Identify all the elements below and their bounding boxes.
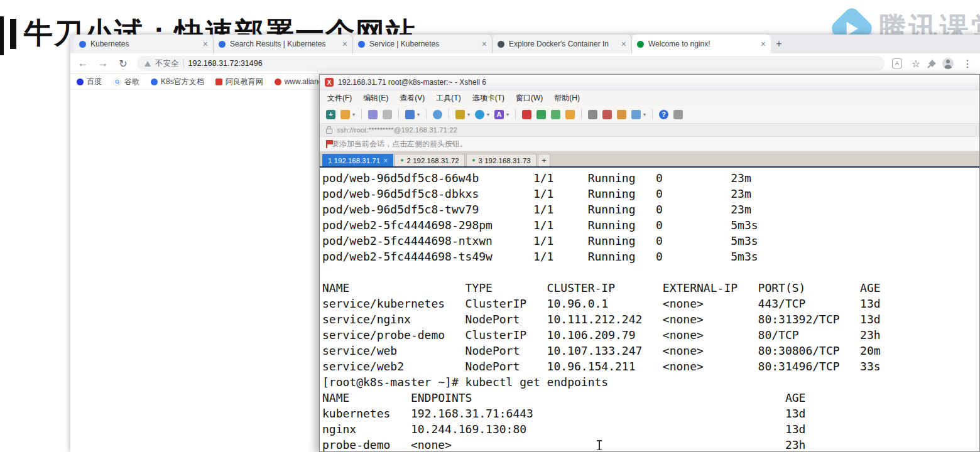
- tab-close-icon[interactable]: ×: [342, 40, 347, 48]
- video-frame-edge: [0, 16, 4, 55]
- session-hint-bar: 要添加当前会话，点击左侧的箭头按钮。: [320, 137, 979, 151]
- browser-menu-icon[interactable]: ⋮: [961, 58, 974, 70]
- disconnect-icon[interactable]: [383, 110, 392, 119]
- kubernetes-favicon: [219, 41, 226, 48]
- xshell-toolbar: + ▾ ▾ ▾ ▾ A ▾: [320, 105, 979, 124]
- ssh-lock-icon: [326, 129, 332, 134]
- keyboard-icon[interactable]: [588, 110, 597, 119]
- new-tab-button[interactable]: +: [771, 35, 787, 53]
- session-address-bar[interactable]: ssh://root:*********@192.168.31.71:22: [320, 124, 979, 137]
- new-session-tab-button[interactable]: +: [538, 154, 550, 166]
- docker-favicon: [498, 41, 504, 48]
- browser-tab-search-results[interactable]: Search Results | Kubernetes ×: [214, 35, 353, 53]
- url-text[interactable]: 192.168.31.72:31496: [188, 59, 263, 68]
- xagent-icon[interactable]: [522, 110, 531, 119]
- profile-avatar[interactable]: [942, 58, 954, 69]
- tab-close-icon[interactable]: ×: [383, 156, 388, 165]
- aliang-favicon: [275, 78, 281, 85]
- tab-close-icon[interactable]: ×: [761, 40, 766, 48]
- new-session-icon[interactable]: +: [326, 110, 335, 119]
- address-bar[interactable]: 不安全 192.168.31.72:31496: [137, 56, 885, 71]
- bookmark-label: 阿良教育网: [226, 77, 263, 87]
- bookmark-aliang-edu[interactable]: 阿良教育网: [215, 77, 263, 87]
- red-flag-icon: [326, 140, 327, 148]
- lock-screen-icon[interactable]: [565, 110, 575, 119]
- terminal-line: NAME ENDPOINTS AGE: [322, 390, 979, 406]
- kubernetes-favicon: [358, 41, 365, 48]
- browser-tab-service[interactable]: Service | Kubernetes ×: [353, 35, 493, 53]
- dropdown-caret-icon[interactable]: ▾: [352, 112, 355, 117]
- back-icon[interactable]: ←: [77, 58, 89, 69]
- dropdown-caret-icon[interactable]: ▾: [506, 112, 509, 117]
- browser-tab-strip: Kubernetes × Search Results | Kubernetes…: [70, 35, 980, 53]
- terminal-line: service/nginx NodePort 10.111.212.242 <n…: [322, 311, 979, 327]
- toolbar-separator: [515, 109, 516, 119]
- encoding-icon[interactable]: [475, 110, 484, 119]
- tile-windows-icon[interactable]: [631, 110, 641, 119]
- open-session-folder-icon[interactable]: [340, 110, 350, 119]
- bookmark-google[interactable]: G 谷歌: [113, 77, 139, 87]
- tab-close-icon[interactable]: ×: [203, 40, 208, 48]
- bookmark-k8s-docs[interactable]: K8s官方文档: [151, 77, 204, 87]
- menu-help[interactable]: 帮助(H): [554, 93, 580, 104]
- browser-toolbar: ← → ↻ 不安全 192.168.31.72:31496 A ☆ ⋮: [70, 53, 980, 74]
- ssh-connection-string: ssh://root:*********@192.168.31.71:22: [337, 126, 457, 134]
- compose-pane-icon[interactable]: [602, 110, 612, 119]
- terminal-line: service/web2 NodePort 10.96.154.211 <non…: [322, 358, 979, 374]
- appearance-icon[interactable]: A: [494, 110, 504, 119]
- tab-title: Service | Kubernetes: [369, 40, 477, 48]
- terminal-line: service/web NodePort 10.107.133.247 <non…: [322, 343, 979, 358]
- menu-window[interactable]: 窗口(W): [516, 93, 543, 104]
- session-tab-71[interactable]: 1 192.168.31.71 ×: [322, 154, 393, 166]
- browser-tab-docker[interactable]: Explore Docker's Container In ×: [493, 35, 632, 53]
- translate-icon[interactable]: A: [892, 58, 902, 68]
- session-tab-72[interactable]: ● 2 192.168.31.72: [395, 154, 465, 166]
- dropdown-caret-icon[interactable]: ▾: [487, 112, 489, 117]
- menu-tabs[interactable]: 选项卡(T): [472, 93, 504, 104]
- find-icon[interactable]: [433, 110, 442, 119]
- bookmark-star-icon[interactable]: ☆: [910, 58, 922, 70]
- session-hint-text: 要添加当前会话，点击左侧的箭头按钮。: [332, 139, 467, 149]
- fullscreen-icon[interactable]: [551, 110, 560, 119]
- tab-title: Explore Docker's Container In: [509, 40, 617, 48]
- terminal-line: service/kubernetes ClusterIP 10.96.0.1 <…: [322, 296, 979, 311]
- browser-tab-nginx[interactable]: Welcome to nginx! ×: [632, 35, 771, 53]
- reconnect-icon[interactable]: [405, 110, 415, 119]
- xshell-window-title: 192.168.31.71 root@k8s-master:~ - Xshell…: [338, 78, 486, 87]
- toolbar-separator: [449, 109, 449, 119]
- reload-icon[interactable]: ↻: [117, 58, 129, 70]
- terminal-line: pod/web-96d5df5c8-twv79 1/1 Running 0 23…: [322, 202, 979, 217]
- menu-view[interactable]: 查看(V): [400, 93, 425, 104]
- bookmark-baidu[interactable]: 百度: [77, 77, 102, 87]
- kubernetes-favicon: [151, 78, 158, 85]
- xshell-title-bar[interactable]: X 192.168.31.71 root@k8s-master:~ - Xshe…: [320, 75, 979, 90]
- screen: 牛刀小试：快速部署一个网站 腾讯课堂 Kubernetes × Search R…: [0, 0, 980, 452]
- browser-tab-kubernetes[interactable]: Kubernetes ×: [74, 35, 214, 53]
- terminal-line: pod/web2-5fc4444698-298pm 1/1 Running 0 …: [322, 217, 979, 233]
- dropdown-caret-icon[interactable]: ▾: [417, 112, 420, 117]
- session-tab-label: 3 192.168.31.73: [479, 157, 531, 164]
- menu-tools[interactable]: 工具(T): [436, 93, 460, 104]
- terminal-line: pod/web2-5fc4444698-ntxwn 1/1 Running 0 …: [322, 233, 979, 249]
- forward-icon[interactable]: →: [97, 58, 109, 69]
- extensions-pin-icon[interactable]: [928, 60, 935, 67]
- terminal-output[interactable]: pod/web-96d5df5c8-66w4b 1/1 Running 0 23…: [320, 168, 979, 451]
- tab-close-icon[interactable]: ×: [621, 40, 626, 48]
- session-tab-73[interactable]: ● 3 192.168.31.73: [466, 154, 536, 166]
- tab-close-icon[interactable]: ×: [482, 40, 487, 48]
- dropdown-caret-icon[interactable]: ▾: [467, 112, 470, 117]
- bookmark-label: 百度: [87, 77, 102, 87]
- xftp-transfer-icon[interactable]: [536, 110, 546, 119]
- connected-dot-icon: ●: [472, 158, 475, 163]
- xshell-window: X 192.168.31.71 root@k8s-master:~ - Xshe…: [319, 74, 980, 452]
- menu-edit[interactable]: 编辑(E): [363, 93, 388, 104]
- properties-icon[interactable]: [673, 110, 683, 119]
- kubernetes-favicon: [79, 41, 86, 48]
- duplicate-session-icon[interactable]: [368, 110, 378, 119]
- snippets-icon[interactable]: [617, 110, 626, 119]
- security-label[interactable]: 不安全: [155, 58, 179, 69]
- menu-file[interactable]: 文件(F): [327, 93, 352, 104]
- transfer-icon[interactable]: [455, 110, 465, 119]
- help-icon[interactable]: ?: [659, 110, 668, 119]
- dropdown-caret-icon[interactable]: ▾: [643, 112, 646, 117]
